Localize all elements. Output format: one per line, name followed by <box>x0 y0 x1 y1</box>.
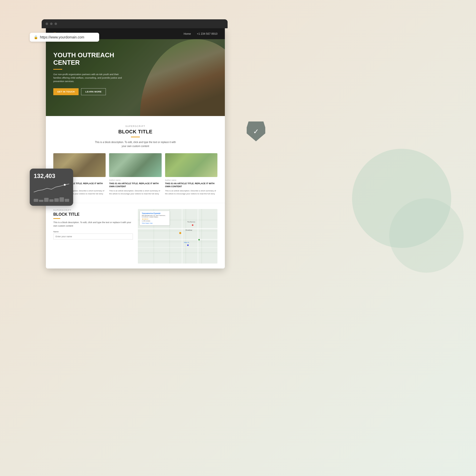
article-title-3[interactable]: THIS IS AN ARTICLE TITLE. REPLACE IT WIT… <box>165 182 217 188</box>
form-name-input[interactable] <box>53 234 133 239</box>
nav-right: Home +1 234 567 8910 <box>184 32 217 35</box>
map-grid-h-3 <box>138 242 217 242</box>
nav-link-home[interactable]: Home <box>184 32 191 35</box>
superscript-1: SUPERSCRIPT <box>53 125 217 127</box>
map-label-burrera: The Burrera <box>187 221 195 223</box>
article-excerpt-2: This is an article description. Describe… <box>109 189 161 195</box>
map-label-broadway: Broadway <box>186 229 192 231</box>
block-description-1: This is a block description. To edit, cl… <box>93 140 178 148</box>
browser-dot-1 <box>46 23 48 25</box>
map-pin-1 <box>179 232 181 234</box>
contact-description: This is a block description. To edit, cl… <box>53 221 133 228</box>
stats-bar-6 <box>60 197 64 202</box>
map-grid-h-4 <box>138 253 217 253</box>
map-label-kikker: Kikker St. <box>184 242 189 243</box>
map-reviews: 1,136 reviews <box>142 220 168 222</box>
stats-bar-3 <box>44 198 49 202</box>
contact-title: BLOCK TITLE <box>53 212 133 217</box>
contact-block: SUPERSCRIPT BLOCK TITLE This is a block … <box>53 203 133 264</box>
stats-chart <box>34 181 69 194</box>
map-stars: ★★★★☆ <box>142 218 168 220</box>
article-author-2: Author name <box>109 179 161 181</box>
article-author-3: Author name <box>165 179 217 181</box>
map-road-5 <box>138 247 217 248</box>
article-image-3 <box>165 153 217 177</box>
stats-bar-1 <box>34 199 38 202</box>
browser-dot-2 <box>50 23 53 25</box>
map-grid-h-2 <box>138 231 217 231</box>
website-container: ♡ ALBANY Home +1 234 567 8910 YOUTH OUTR… <box>46 28 225 268</box>
block-title-1: BLOCK TITLE <box>53 129 217 135</box>
stats-bar-4 <box>49 199 54 202</box>
map-pin-4 <box>187 244 189 246</box>
article-excerpt-3: This is an article description. Describe… <box>165 189 217 195</box>
learn-more-button[interactable]: LEARN MORE <box>81 88 106 95</box>
stats-bars <box>34 197 69 202</box>
hero-content: YOUTH OUTREACH CENTER Our non-profit org… <box>46 39 130 103</box>
map-road-4 <box>198 209 198 264</box>
hero-description: Our non-profit organization partners wit… <box>53 73 123 83</box>
map-info-title: Transamerica Pyramid <box>142 212 168 214</box>
articles-grid: Author name THIS IS AN ARTICLE TITLE. RE… <box>53 153 217 195</box>
lower-section: SUPERSCRIPT BLOCK TITLE This is a block … <box>46 203 225 268</box>
hero-buttons: GET IN TOUCH LEARN MORE <box>53 88 123 95</box>
shield-badge: ✓ <box>247 121 265 141</box>
hero-title: YOUTH OUTREACH CENTER <box>53 52 123 66</box>
map-grid-v-3 <box>186 209 186 264</box>
stats-widget: 132,403 <box>30 169 73 206</box>
article-image-2 <box>109 153 161 177</box>
map-info-box: Transamerica Pyramid 600 Montgomery St, … <box>140 211 170 225</box>
shield-shape: ✓ <box>247 121 265 141</box>
get-in-touch-button[interactable]: GET IN TOUCH <box>53 88 79 95</box>
map-road-3 <box>182 209 182 264</box>
address-bar: 🔒 https://www.yourdomain.com <box>30 33 99 42</box>
background-shape-2 <box>389 198 464 273</box>
map-view-link[interactable]: View larger map <box>142 222 168 224</box>
article-card-3: Author name THIS IS AN ARTICLE TITLE. RE… <box>165 153 217 195</box>
article-title-2[interactable]: THIS IS AN ARTICLE TITLE. REPLACE IT WIT… <box>109 182 161 188</box>
form-name-label: Name <box>53 231 133 233</box>
shield-check-icon: ✓ <box>253 127 259 136</box>
map-grid-v-4 <box>202 209 202 264</box>
map-pin-2 <box>192 224 193 226</box>
map-road-2 <box>138 239 217 240</box>
article-card-2: Author name THIS IS AN ARTICLE TITLE. RE… <box>109 153 161 195</box>
map-block: Broadway The Burrera Kikker St. Transame… <box>138 203 217 264</box>
contact-superscript: SUPERSCRIPT <box>53 209 133 211</box>
hero-divider <box>53 69 62 70</box>
map-pin-3 <box>198 239 200 240</box>
nav-link-phone[interactable]: +1 234 567 8910 <box>197 32 217 35</box>
stats-number: 132,403 <box>34 173 69 179</box>
browser-chrome <box>42 19 228 28</box>
lock-icon: 🔒 <box>34 35 38 39</box>
map-road-1 <box>138 228 217 229</box>
url-text: https://www.yourdomain.com <box>40 35 84 39</box>
svg-point-0 <box>64 184 66 186</box>
browser-dot-3 <box>55 23 57 25</box>
contact-divider <box>53 218 60 219</box>
map-grid-v-2 <box>170 209 170 264</box>
map-info-address: 600 Montgomery St, San Francisco, CA 941… <box>142 215 168 218</box>
stats-bar-5 <box>54 198 59 202</box>
hero-section: YOUTH OUTREACH CENTER Our non-profit org… <box>46 39 225 116</box>
block-title-divider-1 <box>131 137 140 137</box>
map-container: Broadway The Burrera Kikker St. Transame… <box>138 209 217 264</box>
stats-bar-2 <box>39 200 43 202</box>
form-name-field: Name <box>53 231 133 239</box>
stats-bar-7 <box>65 199 69 202</box>
browser-topbar <box>42 19 228 28</box>
